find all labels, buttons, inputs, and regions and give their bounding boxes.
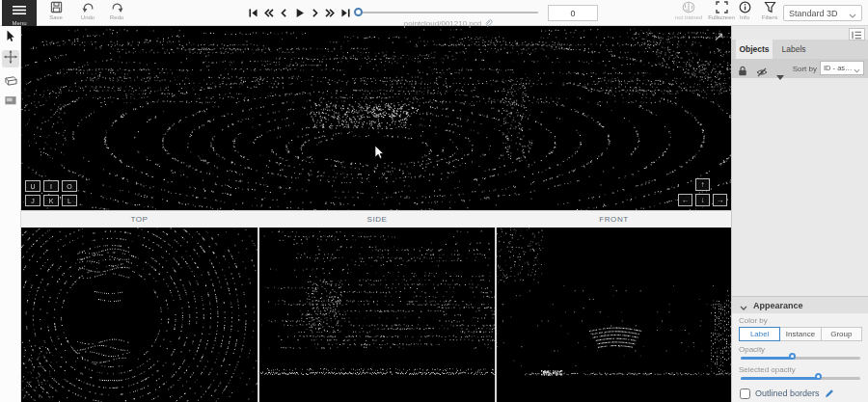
- chevron-down-icon: [854, 60, 860, 77]
- fullscreen-label: Fullscreen: [708, 14, 735, 20]
- frame-slider[interactable]: [355, 12, 538, 13]
- filters-label: Filters: [762, 14, 777, 20]
- pan-up-button[interactable]: ↑: [695, 178, 710, 191]
- redo-label: Redo: [110, 14, 123, 20]
- pan-left-button[interactable]: ←: [678, 194, 692, 206]
- appearance-section-header[interactable]: Appearance: [732, 297, 868, 313]
- top-view-canvas[interactable]: [21, 228, 258, 402]
- filter-funnel-icon: [764, 1, 776, 13]
- file-row: pointcloud/001210.pcd: [362, 14, 535, 32]
- tab-objects[interactable]: Objects: [736, 40, 773, 59]
- paperclip-icon: [484, 14, 493, 32]
- top-view[interactable]: [21, 228, 258, 402]
- main-3d-viewport[interactable]: U I O J K L ↑ ← ↓ →: [21, 26, 731, 210]
- opacity-slider-handle[interactable]: [789, 353, 796, 360]
- objects-toolbar: Sort by ID - as…: [732, 59, 868, 78]
- pan-arrow-pad: ↑ ← ↓ →: [678, 178, 727, 206]
- rotate-key-l[interactable]: L: [62, 195, 77, 206]
- info-label: Info: [740, 14, 749, 20]
- side-view-canvas[interactable]: [259, 228, 495, 402]
- mouse-cursor: [374, 146, 386, 165]
- menu-button[interactable]: Menu: [2, 0, 37, 26]
- select-tool-button[interactable]: [2, 29, 19, 46]
- info-button[interactable]: Info: [733, 1, 756, 25]
- play-button[interactable]: [292, 4, 306, 21]
- rotate-hint-keys: U I O J K L: [25, 180, 77, 206]
- filters-button[interactable]: Filters: [757, 1, 782, 25]
- cuboid-tool-button[interactable]: [2, 73, 19, 91]
- move-arrows-icon: [4, 50, 17, 67]
- image-view-tool-button[interactable]: [2, 93, 19, 110]
- color-mode-label-button[interactable]: Label: [739, 327, 780, 341]
- front-view[interactable]: [497, 228, 731, 402]
- pan-tool-button[interactable]: [2, 50, 19, 67]
- undo-button[interactable]: Undo: [74, 1, 101, 25]
- color-mode-instance-button[interactable]: Instance: [780, 327, 821, 341]
- redo-button[interactable]: Redo: [103, 1, 130, 25]
- front-view-canvas[interactable]: [497, 228, 731, 402]
- front-view-label: FRONT: [497, 215, 731, 224]
- tools-sidebar: [0, 26, 21, 402]
- pointcloud-labeling-app: Menu Save Undo Redo: [0, 0, 868, 402]
- side-view-label: SIDE: [259, 215, 495, 224]
- sort-by-label: Sort by: [792, 65, 817, 73]
- fast-backward-button[interactable]: [261, 4, 275, 21]
- ai-model-button[interactable]: not trained: [671, 1, 706, 25]
- opacity-slider[interactable]: [741, 357, 860, 360]
- outlined-borders-row: Outlined borders: [740, 385, 834, 402]
- skip-first-button[interactable]: [246, 4, 259, 21]
- info-icon: [739, 1, 751, 13]
- color-by-segmented-control: Label Instance Group: [739, 327, 862, 341]
- brain-icon: [681, 1, 696, 13]
- save-label: Save: [49, 14, 63, 20]
- selected-opacity-slider[interactable]: [741, 377, 860, 380]
- fullscreen-button[interactable]: Fullscreen: [707, 1, 736, 25]
- rotate-key-u[interactable]: U: [25, 180, 41, 192]
- pan-down-button[interactable]: ↓: [695, 194, 710, 206]
- ortho-views: [21, 228, 731, 402]
- edit-pen-icon[interactable]: [825, 385, 834, 402]
- arrow-down-icon: ↓: [701, 196, 705, 204]
- filename: pointcloud/001210.pcd: [404, 19, 482, 28]
- color-by-label: Color by: [739, 316, 768, 325]
- outlined-borders-label: Outlined borders: [755, 389, 820, 398]
- arrow-up-icon: ↑: [701, 180, 705, 189]
- chevron-down-icon: [849, 5, 856, 22]
- color-mode-group-button[interactable]: Group: [822, 327, 862, 341]
- fast-forward-button[interactable]: [323, 4, 337, 21]
- main-3d-view-canvas[interactable]: [21, 26, 731, 210]
- pan-right-button[interactable]: →: [713, 194, 727, 206]
- rotate-key-i[interactable]: I: [43, 180, 59, 192]
- tab-labels[interactable]: Labels: [776, 40, 811, 59]
- arrow-left-icon: ←: [682, 196, 690, 204]
- side-view[interactable]: [259, 228, 495, 402]
- top-toolbar: Menu Save Undo Redo: [0, 0, 868, 26]
- rotate-key-o[interactable]: O: [62, 180, 77, 192]
- panel-layout-button[interactable]: [849, 28, 865, 40]
- appearance-title: Appearance: [753, 301, 803, 310]
- skip-last-button[interactable]: [339, 4, 352, 21]
- undo-icon: [82, 1, 95, 13]
- outlined-borders-checkbox[interactable]: [740, 389, 750, 399]
- next-frame-button[interactable]: [308, 4, 321, 21]
- prev-frame-button[interactable]: [277, 4, 290, 21]
- opacity-slider-fill: [741, 357, 794, 360]
- save-button[interactable]: Save: [42, 1, 69, 25]
- selected-opacity-slider-fill: [741, 377, 820, 380]
- rotate-key-j[interactable]: J: [25, 195, 41, 206]
- layout-preset-value: Standard 3D: [789, 9, 849, 18]
- ai-status-label: not trained: [675, 14, 702, 20]
- arrow-right-icon: →: [717, 196, 724, 204]
- expand-view-icon[interactable]: [713, 29, 726, 42]
- rotate-key-k[interactable]: K: [43, 195, 59, 206]
- layout-preset-select[interactable]: Standard 3D: [783, 5, 862, 21]
- cuboid-icon: [4, 73, 18, 91]
- top-view-label: TOP: [21, 215, 258, 224]
- ortho-view-labels: TOP SIDE FRONT: [21, 210, 731, 228]
- selected-opacity-slider-handle[interactable]: [815, 373, 822, 380]
- sort-order-select[interactable]: ID - as…: [820, 61, 864, 75]
- redo-icon: [111, 1, 123, 13]
- panel-tabs: Objects Labels: [732, 40, 868, 59]
- panel-list-icon: [852, 26, 862, 43]
- frame-number-input[interactable]: [548, 5, 598, 21]
